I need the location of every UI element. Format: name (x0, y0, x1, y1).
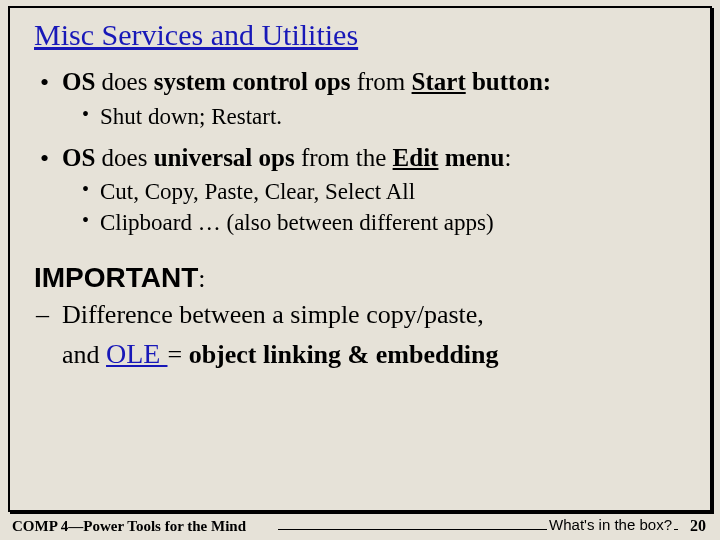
list-item: OS does universal ops from the Edit menu… (34, 142, 688, 239)
text-run: = (167, 340, 188, 369)
important-label: IMPORTANT (34, 262, 198, 293)
text-run: OS (62, 144, 95, 171)
slide-title: Misc Services and Utilities (34, 18, 688, 52)
text-run: : (504, 144, 511, 171)
list-item: OS does system control ops from Start bu… (34, 66, 688, 132)
text-run: menu (438, 144, 504, 171)
important-colon: : (198, 264, 205, 293)
text-run: system control ops (154, 68, 351, 95)
text-run: Start (412, 68, 466, 95)
sub-list-item: Shut down; Restart. (82, 101, 688, 132)
bullet-list: OS does system control ops from Start bu… (34, 66, 688, 238)
text-run: button: (466, 68, 551, 95)
text-run: from (350, 68, 411, 95)
important-heading: IMPORTANT: (34, 262, 688, 294)
text-run: universal ops (154, 144, 295, 171)
sub-list-item: Cut, Copy, Paste, Clear, Select All (82, 176, 688, 207)
sub-list-item: Clipboard … (also between different apps… (82, 207, 688, 238)
slide-frame: Misc Services and Utilities OS does syst… (8, 6, 712, 512)
footer-course: COMP 4—Power Tools for the Mind (12, 518, 246, 535)
diff-line: Difference between a simple copy/paste, (34, 296, 688, 334)
and-prefix: and (62, 340, 106, 369)
text-run: does (95, 68, 153, 95)
sub-list: Shut down; Restart. (82, 101, 688, 132)
text-run: OS (62, 68, 95, 95)
ole-line: and OLE = object linking & embedding (34, 334, 688, 375)
ole-definition: = object linking & embedding (167, 340, 498, 369)
footer-page-number: 20 (690, 517, 706, 535)
text-run: from the (295, 144, 393, 171)
slide-footer: COMP 4—Power Tools for the Mind What's i… (8, 514, 712, 538)
text-run: object linking & embedding (189, 340, 499, 369)
sub-list: Cut, Copy, Paste, Clear, Select AllClipb… (82, 176, 688, 238)
text-run: Edit (393, 144, 439, 171)
ole-term: OLE (106, 338, 167, 369)
text-run: does (95, 144, 153, 171)
footer-question: What's in the box? (547, 516, 674, 533)
